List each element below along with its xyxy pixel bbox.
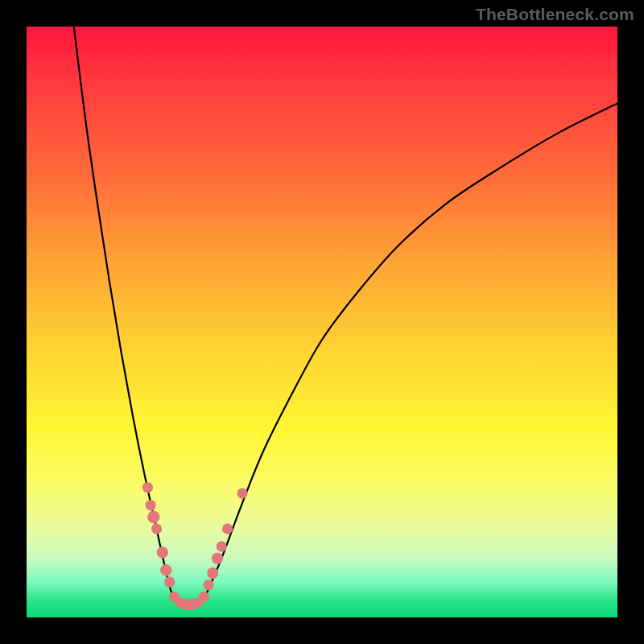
marker-bead [160, 564, 171, 576]
marker-bead [212, 552, 223, 564]
curve-left-branch [74, 27, 175, 600]
marker-bead [164, 576, 175, 587]
marker-bead [147, 511, 159, 523]
marker-bead [142, 482, 153, 493]
marker-bead [146, 500, 156, 510]
marker-bead [151, 523, 162, 534]
chart-svg [27, 27, 617, 617]
marker-bead [237, 488, 247, 498]
chart-frame: TheBottleneck.com [0, 0, 644, 644]
marker-bead [157, 547, 168, 558]
plot-area [27, 27, 617, 617]
marker-bead [203, 580, 213, 590]
marker-bead [199, 592, 209, 602]
marker-bead [217, 541, 227, 551]
watermark-text: TheBottleneck.com [476, 5, 634, 24]
curve-right-branch [204, 103, 617, 600]
marker-bead [207, 568, 218, 579]
marker-bead [222, 523, 233, 534]
bead-group [142, 482, 248, 610]
